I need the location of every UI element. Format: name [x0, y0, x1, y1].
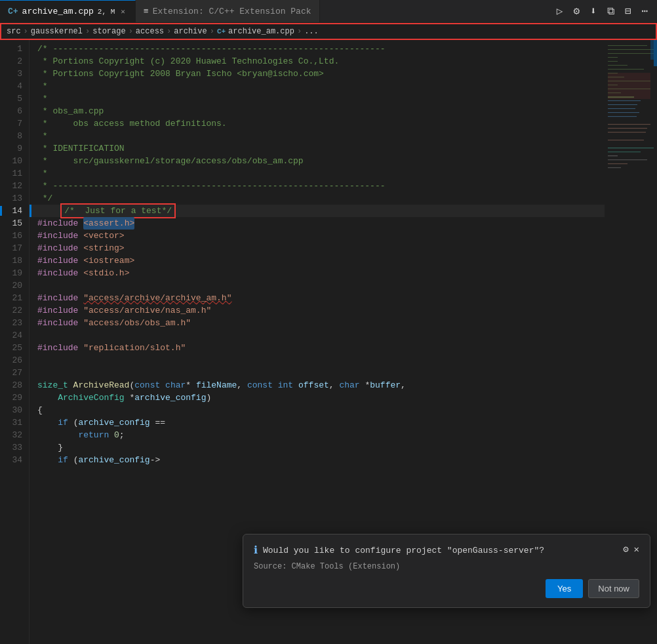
notif-gear-icon[interactable]: ⚙ — [623, 544, 628, 555]
svg-rect-18 — [608, 112, 639, 113]
tab-dirty-indicator: 2, M — [98, 8, 115, 16]
tab-archive[interactable]: C+ archive_am.cpp 2, M ✕ — [0, 0, 136, 22]
breadcrumb-file[interactable]: C+ archive_am.cpp — [217, 27, 294, 36]
breadcrumb-storage[interactable]: storage — [92, 27, 125, 36]
code-line-2: * Portions Copyright (c) 2020 Huawei Tec… — [30, 55, 605, 68]
svg-rect-5 — [608, 61, 618, 62]
line-num-10: 10 — [7, 155, 22, 167]
settings-icon[interactable]: ⚙ — [570, 2, 582, 20]
code-line-11: * — [30, 167, 605, 180]
breadcrumb-src[interactable]: src — [7, 27, 21, 36]
code-line-21: #include "access/archive/archive_am.h" — [30, 292, 605, 304]
code-text-7: * obs access method definitions. — [37, 117, 227, 130]
code-kw-28a: const — [134, 379, 160, 392]
more-actions-icon[interactable]: ⋯ — [639, 2, 650, 20]
line-num-33: 33 — [7, 441, 22, 454]
code-line-7: * obs access method definitions. — [30, 117, 605, 130]
code-text-5: * — [37, 92, 48, 105]
line-num-13: 13 — [7, 192, 22, 205]
svg-rect-1 — [608, 45, 647, 46]
line-num-12: 12 — [7, 180, 22, 192]
line-num-32: 32 — [7, 429, 22, 441]
code-line-15: #include <assert.h> — [30, 217, 605, 230]
tab-close-button[interactable]: ✕ — [119, 7, 127, 16]
code-param-31: archive_config — [78, 416, 149, 429]
yes-button[interactable]: Yes — [546, 579, 583, 598]
code-include-18: #include — [37, 254, 83, 267]
breadcrumb-sep-5: › — [210, 27, 214, 36]
line-num-4: 4 — [7, 80, 22, 92]
line-num-2: 2 — [7, 55, 22, 68]
code-path-17: <string> — [83, 242, 124, 254]
tab-bar-right: ▷ ⚙ ⬇ ⧉ ⊟ ⋯ — [554, 2, 657, 20]
breadcrumb-sep-2: › — [85, 27, 90, 36]
code-punc-28a: ( — [129, 379, 134, 392]
code-line-16: #include <vector> — [30, 230, 605, 242]
code-func-28: ArchiveRead — [73, 379, 130, 392]
breadcrumb-archive[interactable]: archive — [174, 27, 207, 36]
code-text-10: * src/gausskernel/storage/access/obs/obs… — [37, 155, 304, 167]
tab-bar-left: C+ archive_am.cpp 2, M ✕ ≡ Extension: C/… — [0, 0, 320, 22]
svg-rect-22 — [608, 132, 646, 132]
code-brace-30: { — [37, 404, 43, 416]
line-num-31: 31 — [7, 416, 22, 429]
code-text-11: * — [37, 167, 48, 180]
breadcrumb-access[interactable]: access — [136, 27, 164, 36]
code-num-32: 0 — [114, 429, 119, 441]
line-num-17: 17 — [7, 242, 22, 254]
code-line-3: * Portions Copyright 2008 Bryan Ischo <b… — [30, 68, 605, 80]
line-num-34: 34 — [7, 454, 22, 466]
notif-header: ℹ Would you like to configure project "o… — [254, 544, 639, 557]
code-line-1: /* -------------------------------------… — [30, 43, 605, 55]
code-line-5: * — [30, 92, 605, 105]
line-num-8: 8 — [7, 130, 22, 142]
run-icon[interactable]: ▷ — [554, 2, 566, 20]
code-line-32: return 0; — [30, 429, 605, 441]
line-num-14: 14 — [7, 205, 22, 217]
code-path-18: <iostream> — [83, 254, 134, 267]
code-line-25: #include "replication/slot.h" — [30, 342, 605, 354]
line-num-9: 9 — [7, 142, 22, 155]
code-param-28b: offset — [298, 379, 329, 392]
code-line-22: #include "access/archive/nas_am.h" — [30, 304, 605, 317]
tab-extension[interactable]: ≡ Extension: C/C++ Extension Pack — [136, 0, 320, 22]
code-kw-28c: const — [247, 379, 273, 392]
download-icon[interactable]: ⬇ — [587, 2, 599, 20]
line-num-5: 5 — [7, 92, 22, 105]
code-text-14-indent — [40, 205, 60, 217]
code-text-1: /* -------------------------------------… — [37, 43, 386, 55]
breadcrumb-gausskernel[interactable]: gausskernel — [31, 27, 83, 36]
code-line-20 — [30, 279, 605, 292]
svg-rect-25 — [608, 151, 641, 152]
not-now-button[interactable]: Not now — [588, 579, 639, 598]
code-text-8: * — [37, 130, 48, 142]
line-num-23: 23 — [7, 317, 22, 329]
code-kw-34: if — [58, 454, 68, 466]
notif-close-icon[interactable]: ✕ — [634, 544, 639, 555]
minimap-viewport[interactable] — [654, 40, 657, 66]
split-editor-icon[interactable]: ⧉ — [605, 3, 617, 20]
code-include-25: #include — [37, 342, 83, 354]
line-num-6: 6 — [7, 105, 22, 117]
layout-icon[interactable]: ⊟ — [622, 2, 634, 20]
code-text-14: /* Just for a test*/ — [60, 203, 176, 218]
line-num-16: 16 — [7, 230, 22, 242]
line-num-15: 15 — [7, 217, 22, 230]
svg-rect-6 — [608, 65, 627, 66]
code-type-29: ArchiveConfig — [58, 392, 124, 404]
svg-rect-7 — [608, 69, 644, 70]
svg-rect-28 — [608, 163, 627, 164]
code-line-14: /* Just for a test*/ — [30, 205, 605, 217]
code-line-10: * src/gausskernel/storage/access/obs/obs… — [30, 155, 605, 167]
code-line-23: #include "access/obs/obs_am.h" — [30, 317, 605, 329]
code-type-28: size_t — [37, 379, 73, 392]
code-kw-28d: int — [278, 379, 293, 392]
line-numbers: 1 2 3 4 5 6 7 8 9 10 11 12 13 14 15 16 1… — [0, 40, 30, 644]
svg-rect-3 — [608, 53, 654, 54]
breadcrumb-more[interactable]: ... — [304, 27, 319, 36]
code-param-28a: fileName — [196, 379, 237, 392]
line-num-30: 30 — [7, 404, 22, 416]
code-text-3: * Portions Copyright 2008 Bryan Ischo <b… — [37, 68, 324, 80]
line-num-7: 7 — [7, 117, 22, 130]
svg-rect-4 — [608, 57, 618, 58]
